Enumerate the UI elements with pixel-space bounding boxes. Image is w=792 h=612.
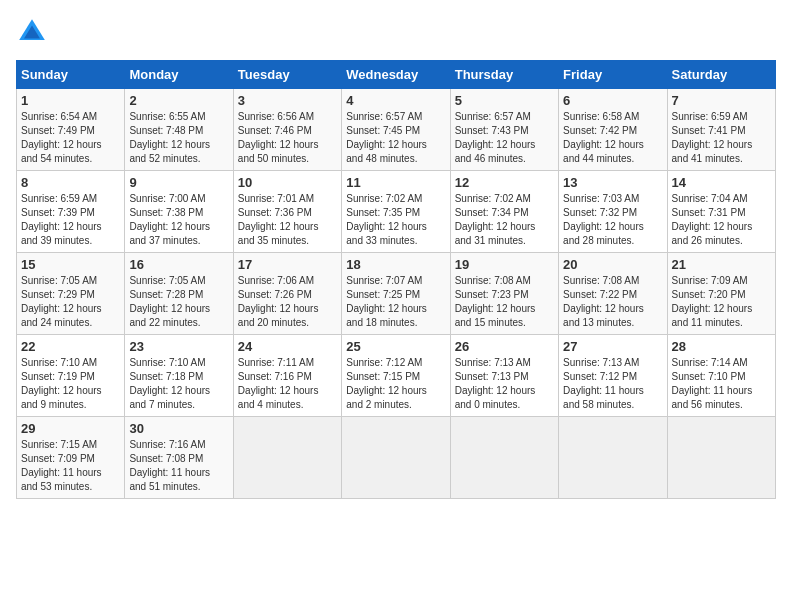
day-number: 17 (238, 257, 337, 272)
day-info: Sunrise: 7:13 AM Sunset: 7:13 PM Dayligh… (455, 356, 554, 412)
day-info: Sunrise: 6:55 AM Sunset: 7:48 PM Dayligh… (129, 110, 228, 166)
day-number: 8 (21, 175, 120, 190)
calendar-cell (667, 417, 775, 499)
day-number: 18 (346, 257, 445, 272)
calendar-row-4: 22 Sunrise: 7:10 AM Sunset: 7:19 PM Dayl… (17, 335, 776, 417)
calendar-cell: 13 Sunrise: 7:03 AM Sunset: 7:32 PM Dayl… (559, 171, 667, 253)
day-number: 2 (129, 93, 228, 108)
day-number: 10 (238, 175, 337, 190)
calendar-cell: 27 Sunrise: 7:13 AM Sunset: 7:12 PM Dayl… (559, 335, 667, 417)
page-header (16, 16, 776, 48)
calendar-cell: 4 Sunrise: 6:57 AM Sunset: 7:45 PM Dayli… (342, 89, 450, 171)
day-number: 15 (21, 257, 120, 272)
day-info: Sunrise: 7:01 AM Sunset: 7:36 PM Dayligh… (238, 192, 337, 248)
calendar-cell: 3 Sunrise: 6:56 AM Sunset: 7:46 PM Dayli… (233, 89, 341, 171)
calendar-cell: 14 Sunrise: 7:04 AM Sunset: 7:31 PM Dayl… (667, 171, 775, 253)
calendar-cell: 17 Sunrise: 7:06 AM Sunset: 7:26 PM Dayl… (233, 253, 341, 335)
day-info: Sunrise: 6:59 AM Sunset: 7:39 PM Dayligh… (21, 192, 120, 248)
calendar-cell: 22 Sunrise: 7:10 AM Sunset: 7:19 PM Dayl… (17, 335, 125, 417)
calendar-cell: 25 Sunrise: 7:12 AM Sunset: 7:15 PM Dayl… (342, 335, 450, 417)
day-info: Sunrise: 6:59 AM Sunset: 7:41 PM Dayligh… (672, 110, 771, 166)
calendar-cell: 20 Sunrise: 7:08 AM Sunset: 7:22 PM Dayl… (559, 253, 667, 335)
day-info: Sunrise: 6:57 AM Sunset: 7:45 PM Dayligh… (346, 110, 445, 166)
calendar-cell: 19 Sunrise: 7:08 AM Sunset: 7:23 PM Dayl… (450, 253, 558, 335)
calendar-cell: 12 Sunrise: 7:02 AM Sunset: 7:34 PM Dayl… (450, 171, 558, 253)
day-number: 23 (129, 339, 228, 354)
day-info: Sunrise: 7:05 AM Sunset: 7:28 PM Dayligh… (129, 274, 228, 330)
day-info: Sunrise: 7:12 AM Sunset: 7:15 PM Dayligh… (346, 356, 445, 412)
day-info: Sunrise: 7:10 AM Sunset: 7:19 PM Dayligh… (21, 356, 120, 412)
calendar-cell (450, 417, 558, 499)
day-number: 19 (455, 257, 554, 272)
day-number: 12 (455, 175, 554, 190)
weekday-header-saturday: Saturday (667, 61, 775, 89)
calendar-cell: 28 Sunrise: 7:14 AM Sunset: 7:10 PM Dayl… (667, 335, 775, 417)
day-info: Sunrise: 7:02 AM Sunset: 7:34 PM Dayligh… (455, 192, 554, 248)
logo-icon (16, 16, 48, 48)
day-number: 7 (672, 93, 771, 108)
day-number: 3 (238, 93, 337, 108)
weekday-header-sunday: Sunday (17, 61, 125, 89)
calendar-cell: 29 Sunrise: 7:15 AM Sunset: 7:09 PM Dayl… (17, 417, 125, 499)
day-info: Sunrise: 7:16 AM Sunset: 7:08 PM Dayligh… (129, 438, 228, 494)
calendar-cell: 5 Sunrise: 6:57 AM Sunset: 7:43 PM Dayli… (450, 89, 558, 171)
day-number: 25 (346, 339, 445, 354)
day-number: 9 (129, 175, 228, 190)
calendar-cell: 18 Sunrise: 7:07 AM Sunset: 7:25 PM Dayl… (342, 253, 450, 335)
calendar-row-5: 29 Sunrise: 7:15 AM Sunset: 7:09 PM Dayl… (17, 417, 776, 499)
day-number: 14 (672, 175, 771, 190)
calendar-cell: 24 Sunrise: 7:11 AM Sunset: 7:16 PM Dayl… (233, 335, 341, 417)
calendar-cell: 26 Sunrise: 7:13 AM Sunset: 7:13 PM Dayl… (450, 335, 558, 417)
day-info: Sunrise: 6:54 AM Sunset: 7:49 PM Dayligh… (21, 110, 120, 166)
day-number: 30 (129, 421, 228, 436)
calendar-cell: 6 Sunrise: 6:58 AM Sunset: 7:42 PM Dayli… (559, 89, 667, 171)
calendar-table: SundayMondayTuesdayWednesdayThursdayFrid… (16, 60, 776, 499)
weekday-header-wednesday: Wednesday (342, 61, 450, 89)
calendar-row-1: 1 Sunrise: 6:54 AM Sunset: 7:49 PM Dayli… (17, 89, 776, 171)
weekday-header-row: SundayMondayTuesdayWednesdayThursdayFrid… (17, 61, 776, 89)
calendar-cell: 9 Sunrise: 7:00 AM Sunset: 7:38 PM Dayli… (125, 171, 233, 253)
day-number: 5 (455, 93, 554, 108)
day-info: Sunrise: 6:56 AM Sunset: 7:46 PM Dayligh… (238, 110, 337, 166)
calendar-cell: 10 Sunrise: 7:01 AM Sunset: 7:36 PM Dayl… (233, 171, 341, 253)
calendar-cell: 8 Sunrise: 6:59 AM Sunset: 7:39 PM Dayli… (17, 171, 125, 253)
day-number: 11 (346, 175, 445, 190)
calendar-body: 1 Sunrise: 6:54 AM Sunset: 7:49 PM Dayli… (17, 89, 776, 499)
calendar-row-2: 8 Sunrise: 6:59 AM Sunset: 7:39 PM Dayli… (17, 171, 776, 253)
day-number: 20 (563, 257, 662, 272)
weekday-header-friday: Friday (559, 61, 667, 89)
day-number: 21 (672, 257, 771, 272)
day-info: Sunrise: 7:07 AM Sunset: 7:25 PM Dayligh… (346, 274, 445, 330)
day-number: 16 (129, 257, 228, 272)
day-number: 26 (455, 339, 554, 354)
day-info: Sunrise: 7:05 AM Sunset: 7:29 PM Dayligh… (21, 274, 120, 330)
calendar-cell: 30 Sunrise: 7:16 AM Sunset: 7:08 PM Dayl… (125, 417, 233, 499)
weekday-header-monday: Monday (125, 61, 233, 89)
day-number: 1 (21, 93, 120, 108)
calendar-cell (559, 417, 667, 499)
logo (16, 16, 54, 48)
day-info: Sunrise: 7:08 AM Sunset: 7:23 PM Dayligh… (455, 274, 554, 330)
day-info: Sunrise: 7:10 AM Sunset: 7:18 PM Dayligh… (129, 356, 228, 412)
day-number: 24 (238, 339, 337, 354)
day-number: 27 (563, 339, 662, 354)
day-info: Sunrise: 7:03 AM Sunset: 7:32 PM Dayligh… (563, 192, 662, 248)
calendar-cell: 1 Sunrise: 6:54 AM Sunset: 7:49 PM Dayli… (17, 89, 125, 171)
day-number: 4 (346, 93, 445, 108)
day-info: Sunrise: 6:58 AM Sunset: 7:42 PM Dayligh… (563, 110, 662, 166)
weekday-header-tuesday: Tuesday (233, 61, 341, 89)
day-info: Sunrise: 7:09 AM Sunset: 7:20 PM Dayligh… (672, 274, 771, 330)
day-info: Sunrise: 7:08 AM Sunset: 7:22 PM Dayligh… (563, 274, 662, 330)
calendar-cell: 21 Sunrise: 7:09 AM Sunset: 7:20 PM Dayl… (667, 253, 775, 335)
day-info: Sunrise: 7:11 AM Sunset: 7:16 PM Dayligh… (238, 356, 337, 412)
calendar-row-3: 15 Sunrise: 7:05 AM Sunset: 7:29 PM Dayl… (17, 253, 776, 335)
day-info: Sunrise: 7:00 AM Sunset: 7:38 PM Dayligh… (129, 192, 228, 248)
day-info: Sunrise: 7:13 AM Sunset: 7:12 PM Dayligh… (563, 356, 662, 412)
day-number: 6 (563, 93, 662, 108)
day-number: 29 (21, 421, 120, 436)
day-number: 13 (563, 175, 662, 190)
day-number: 22 (21, 339, 120, 354)
day-info: Sunrise: 6:57 AM Sunset: 7:43 PM Dayligh… (455, 110, 554, 166)
day-info: Sunrise: 7:06 AM Sunset: 7:26 PM Dayligh… (238, 274, 337, 330)
day-info: Sunrise: 7:14 AM Sunset: 7:10 PM Dayligh… (672, 356, 771, 412)
